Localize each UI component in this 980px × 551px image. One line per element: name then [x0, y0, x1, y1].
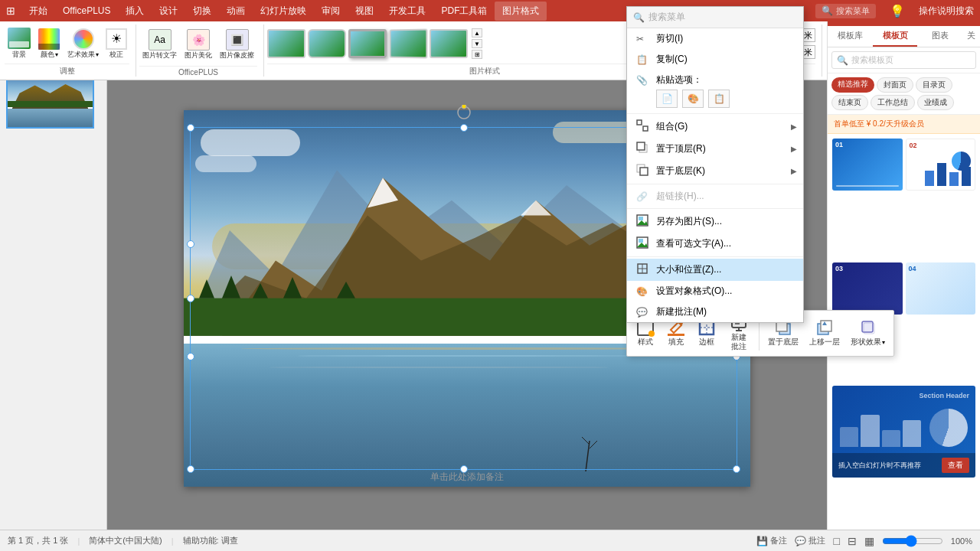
- art-effect-label: 艺术效果: [67, 50, 95, 60]
- slide-thumb-item-1[interactable]: 1: [6, 73, 100, 129]
- template-item-02[interactable]: 02: [906, 139, 976, 191]
- pic-style-2[interactable]: [308, 29, 346, 58]
- help-text[interactable]: 操作说明搜索: [913, 5, 980, 18]
- style-scroll-btns: ▲ ▼ ⊞: [472, 28, 482, 59]
- slide-caption: 单击此处添加备注: [430, 471, 504, 484]
- menu-item-start[interactable]: 开始: [21, 2, 55, 21]
- right-panel-tab-close[interactable]: 关: [962, 26, 980, 47]
- template-item-03[interactable]: 03: [832, 262, 903, 315]
- view-slideshow-icon[interactable]: ▦: [864, 535, 874, 547]
- promo-text[interactable]: 首单低至 ¥ 0.2/天升级会员: [834, 119, 924, 128]
- zoom-slider[interactable]: [882, 535, 943, 547]
- menu-item-review[interactable]: 审阅: [314, 2, 348, 21]
- view-normal-icon[interactable]: □: [833, 535, 839, 547]
- separator-1: [627, 113, 803, 114]
- separator-3: [627, 208, 803, 209]
- ribbon-btn-校正[interactable]: ☀ 校正: [103, 27, 129, 61]
- context-menu-item-paste[interactable]: 📎 粘贴选项： 📄 🎨 📋: [627, 70, 803, 112]
- menu-item-insert[interactable]: 插入: [118, 2, 152, 21]
- new-note-float-label: 新建批注: [731, 333, 746, 351]
- context-menu-item-new-note[interactable]: 💬 新建批注(M): [627, 302, 803, 322]
- right-panel-tab-template-library[interactable]: 模板库: [828, 26, 873, 47]
- format-obj-label: 设置对象格式(O)...: [656, 285, 732, 298]
- water-layer: [184, 344, 750, 487]
- paste-icon: 📎: [636, 75, 652, 86]
- status-comments[interactable]: 💬 批注: [795, 535, 825, 546]
- float-btn-move-up[interactable]: 上移一层: [805, 317, 844, 350]
- view-reading-icon[interactable]: ⊟: [848, 535, 857, 547]
- new-note-label: 新建批注(M): [656, 305, 707, 318]
- menu-item-design[interactable]: 设计: [152, 2, 185, 21]
- filter-tag-work-summary[interactable]: 工作总结: [871, 95, 915, 110]
- color-arrow: ▾: [55, 51, 58, 58]
- context-menu-item-copy[interactable]: 📋 复制(C): [627, 49, 803, 70]
- right-panel-search-placeholder[interactable]: 搜索模板页: [851, 54, 893, 66]
- style-scroll-up[interactable]: ▲: [472, 28, 482, 37]
- menu-item-pdf[interactable]: PDF工具箱: [433, 2, 495, 21]
- menu-item-animation[interactable]: 动画: [219, 2, 253, 21]
- paste-option-3[interactable]: 📋: [708, 90, 730, 108]
- ribbon-btn-art-effect[interactable]: 艺术效果 ▾: [64, 27, 102, 61]
- context-menu-item-view-alt[interactable]: 查看可选文字(A)...: [627, 233, 803, 255]
- filter-tag-featured[interactable]: 精选推荐: [831, 77, 874, 93]
- filter-tag-toc[interactable]: 目录页: [916, 77, 952, 93]
- context-menu-item-cut[interactable]: ✂ 剪切(I): [627, 28, 803, 49]
- filter-tag-performance[interactable]: 业绩成: [917, 95, 954, 110]
- filter-tag-end[interactable]: 结束页: [831, 95, 868, 110]
- pic-style-1[interactable]: [267, 29, 305, 58]
- template-item-01[interactable]: 01: [832, 139, 903, 191]
- pic-style-3[interactable]: [348, 29, 387, 58]
- help-icon[interactable]: 💡: [885, 4, 910, 18]
- context-menu-item-format-obj[interactable]: 🎨 设置对象格式(O)...: [627, 281, 803, 302]
- style-scroll-expand[interactable]: ⊞: [472, 50, 482, 59]
- right-panel: OfficePLUS 模板 模板库 模板页 图表 关 🔍 搜索模板页 精选推荐 …: [827, 0, 980, 551]
- ribbon-btn-img-to-text[interactable]: Aa 图片转文字: [139, 28, 180, 62]
- svg-line-14: [590, 441, 597, 448]
- filter-tag-cover[interactable]: 封面页: [877, 77, 913, 93]
- section-view-btn[interactable]: 查看: [942, 458, 969, 473]
- context-menu-item-send-back[interactable]: 置于底层(K) ▶: [627, 160, 803, 182]
- float-btn-shape-effect[interactable]: 形状效果 ▾: [847, 317, 889, 350]
- template-number-02: 02: [910, 142, 917, 149]
- status-page-info: 第 1 页，共 1 张: [8, 535, 68, 546]
- hyperlink-label: 超链接(H)...: [656, 190, 704, 203]
- cut-icon: ✂: [636, 34, 652, 44]
- right-panel-search-icon: 🔍: [837, 55, 848, 66]
- ribbon-btn-color[interactable]: 颜色 ▾: [35, 27, 63, 61]
- style-scroll-down[interactable]: ▼: [472, 39, 482, 48]
- img-beautify-icon: 🌸: [187, 29, 210, 51]
- menu-item-officeplus[interactable]: OfficePLUS: [55, 2, 118, 19]
- context-search-placeholder[interactable]: 搜索菜单: [648, 11, 685, 24]
- separator-4: [627, 256, 803, 257]
- menu-item-picture-format[interactable]: 图片格式: [495, 2, 547, 21]
- context-menu-item-group[interactable]: 组合(G) ▶: [627, 116, 803, 138]
- menu-item-transition[interactable]: 切换: [185, 2, 219, 21]
- svg-marker-26: [637, 220, 648, 225]
- menu-item-devtools[interactable]: 开发工具: [381, 2, 433, 21]
- menu-item-slideshow[interactable]: 幻灯片放映: [253, 2, 314, 21]
- menu-search-placeholder[interactable]: 搜索菜单: [836, 5, 870, 17]
- move-up-float-icon: [816, 319, 833, 336]
- pic-style-4[interactable]: [390, 29, 428, 59]
- paste-option-1[interactable]: 📄: [656, 90, 678, 108]
- context-menu-item-size-pos[interactable]: 大小和位置(Z)...: [627, 259, 803, 281]
- template-item-04[interactable]: 04: [906, 262, 976, 315]
- right-panel-tab-chart[interactable]: 图表: [917, 26, 962, 47]
- menu-bar: ⊞ 开始 OfficePLUS 插入 设计 切换 动画 幻灯片放映 审阅 视图 …: [0, 0, 980, 21]
- pic-style-5[interactable]: [430, 29, 468, 58]
- ribbon-btn-background[interactable]: 背景: [5, 26, 34, 61]
- right-panel-search-box: 🔍 搜索模板页: [831, 51, 976, 69]
- context-menu-item-save-image[interactable]: 另存为图片(S)...: [627, 210, 803, 233]
- ribbon-btn-img-eraser[interactable]: 🔳 图片像皮擦: [217, 28, 257, 62]
- filter-tags-container: 精选推荐 封面页 目录页 结束页 工作总结 业绩成: [828, 73, 980, 115]
- img-to-text-label: 图片转文字: [142, 51, 177, 60]
- ribbon-btn-img-beautify[interactable]: 🌸 图片美化: [181, 28, 215, 62]
- svg-rect-19: [643, 126, 648, 131]
- template-item-section[interactable]: Section Header 插入空白幻灯片时不再推荐 查看: [832, 386, 975, 478]
- paste-option-2[interactable]: 🎨: [682, 90, 704, 108]
- context-menu-item-bring-front[interactable]: 置于顶层(R) ▶: [627, 138, 803, 160]
- right-panel-tab-template-page[interactable]: 模板页: [873, 26, 918, 47]
- shape-effect-float-label: 形状效果: [851, 337, 881, 347]
- menu-item-view[interactable]: 视图: [348, 2, 381, 21]
- status-backup[interactable]: 💾 备注: [756, 535, 787, 546]
